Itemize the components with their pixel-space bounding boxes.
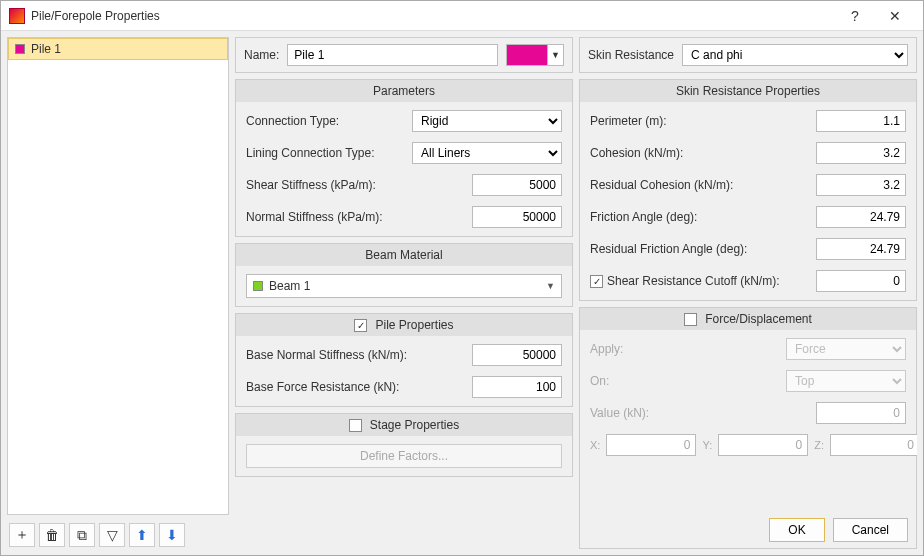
ok-button[interactable]: OK [769,518,824,542]
move-down-button[interactable]: ⬇ [159,523,185,547]
list-item[interactable]: Pile 1 [8,38,228,60]
stage-properties-panel: Stage Properties Define Factors... [235,413,573,477]
on-select: Top [786,370,906,392]
arrow-up-icon: ⬆ [136,527,148,543]
shear-cutoff-label: Shear Resistance Cutoff (kN/m): [607,274,816,288]
beam-material-value: Beam 1 [269,279,310,293]
skin-resistance-properties-title: Skin Resistance Properties [580,80,916,102]
normal-stiffness-label: Normal Stiffness (kPa/m): [246,210,472,224]
cohesion-input[interactable] [816,142,906,164]
residual-friction-angle-input[interactable] [816,238,906,260]
define-factors-button: Define Factors... [246,444,562,468]
dialog-buttons: OK Cancel [580,512,916,548]
base-normal-label: Base Normal Stiffness (kN/m): [246,348,472,362]
filter-button[interactable]: ▽ [99,523,125,547]
residual-cohesion-label: Residual Cohesion (kN/m): [590,178,816,192]
apply-label: Apply: [590,342,786,356]
z-input [830,434,917,456]
pile-properties-checkbox[interactable]: ✓ [354,319,367,332]
name-input[interactable] [287,44,498,66]
titlebar: Pile/Forepole Properties ? ✕ [1,1,923,31]
base-normal-input[interactable] [472,344,562,366]
stage-properties-header: Stage Properties [236,414,572,436]
skin-resistance-select[interactable]: C and phi [682,44,908,66]
y-input [718,434,808,456]
cancel-button[interactable]: Cancel [833,518,908,542]
base-force-input[interactable] [472,376,562,398]
value-input [816,402,906,424]
chevron-down-icon: ▼ [547,45,563,65]
shear-cutoff-checkbox[interactable]: ✓ [590,275,603,288]
normal-stiffness-input[interactable] [472,206,562,228]
perimeter-label: Perimeter (m): [590,114,816,128]
parameters-panel: Parameters Connection Type: Rigid Lining… [235,79,573,237]
app-icon [9,8,25,24]
lining-connection-label: Lining Connection Type: [246,146,412,160]
shear-stiffness-input[interactable] [472,174,562,196]
help-button[interactable]: ? [835,2,875,30]
value-label: Value (kN): [590,406,816,420]
pile-list[interactable]: Pile 1 [7,37,229,515]
shear-stiffness-label: Shear Stiffness (kPa/m): [246,178,472,192]
pile-properties-panel: ✓ Pile Properties Base Normal Stiffness … [235,313,573,407]
parameters-title: Parameters [236,80,572,102]
stage-properties-title: Stage Properties [370,418,459,432]
force-displacement-checkbox[interactable] [684,313,697,326]
apply-select: Force [786,338,906,360]
copy-icon: ⧉ [77,527,87,544]
y-label: Y: [702,439,712,451]
arrow-down-icon: ⬇ [166,527,178,543]
window-title: Pile/Forepole Properties [31,9,835,23]
duplicate-button[interactable]: ⧉ [69,523,95,547]
add-button[interactable]: ＋ [9,523,35,547]
beam-material-title: Beam Material [236,244,572,266]
force-displacement-panel: Force/Displacement Apply:Force On:Top Va… [579,307,917,549]
beam-material-panel: Beam Material Beam 1 ▼ [235,243,573,307]
beam-material-select[interactable]: Beam 1 ▼ [246,274,562,298]
x-input [606,434,696,456]
left-column: Pile 1 ＋ 🗑 ⧉ ▽ ⬆ ⬇ [7,37,229,549]
skin-resistance-label: Skin Resistance [588,48,674,62]
name-label: Name: [244,48,279,62]
x-label: X: [590,439,600,451]
skin-resistance-properties-panel: Skin Resistance Properties Perimeter (m)… [579,79,917,301]
filter-icon: ▽ [107,527,118,543]
base-force-label: Base Force Resistance (kN): [246,380,472,394]
dialog-window: Pile/Forepole Properties ? ✕ Pile 1 ＋ 🗑 … [0,0,924,556]
list-toolbar: ＋ 🗑 ⧉ ▽ ⬆ ⬇ [7,521,229,549]
move-up-button[interactable]: ⬆ [129,523,155,547]
on-label: On: [590,374,786,388]
friction-angle-label: Friction Angle (deg): [590,210,816,224]
plus-icon: ＋ [15,526,29,544]
pile-properties-title: Pile Properties [375,318,453,332]
residual-friction-angle-label: Residual Friction Angle (deg): [590,242,816,256]
force-displacement-title: Force/Displacement [705,312,812,326]
beam-color-swatch [253,281,263,291]
shear-cutoff-input[interactable] [816,270,906,292]
skin-resistance-bar: Skin Resistance C and phi [579,37,917,73]
force-displacement-header: Force/Displacement [580,308,916,330]
right-column: Skin Resistance C and phi Skin Resistanc… [579,37,917,549]
chevron-down-icon: ▼ [546,281,555,291]
perimeter-input[interactable] [816,110,906,132]
name-bar: Name: ▼ [235,37,573,73]
pile-properties-header: ✓ Pile Properties [236,314,572,336]
trash-icon: 🗑 [45,527,59,543]
z-label: Z: [814,439,824,451]
color-swatch [15,44,25,54]
middle-column: Name: ▼ Parameters Connection Type: Rigi… [235,37,573,549]
lining-connection-select[interactable]: All Liners [412,142,562,164]
connection-type-select[interactable]: Rigid [412,110,562,132]
close-button[interactable]: ✕ [875,2,915,30]
connection-type-label: Connection Type: [246,114,412,128]
list-item-label: Pile 1 [31,42,61,56]
color-fill [507,45,547,65]
friction-angle-input[interactable] [816,206,906,228]
color-picker[interactable]: ▼ [506,44,564,66]
residual-cohesion-input[interactable] [816,174,906,196]
cohesion-label: Cohesion (kN/m): [590,146,816,160]
dialog-body: Pile 1 ＋ 🗑 ⧉ ▽ ⬆ ⬇ Name: ▼ [1,31,923,555]
delete-button[interactable]: 🗑 [39,523,65,547]
stage-properties-checkbox[interactable] [349,419,362,432]
